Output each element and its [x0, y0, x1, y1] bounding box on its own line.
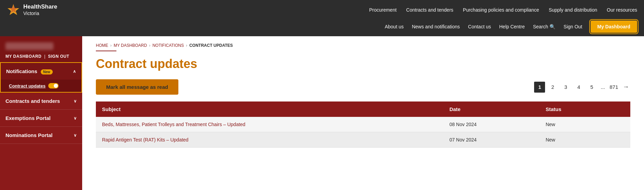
sidebar-notifications-label: Notifications [6, 68, 37, 74]
page-3[interactable]: 3 [560, 82, 571, 93]
sidebar-contracts-label: Contracts and tenders [5, 98, 60, 104]
breadcrumb-sep-1: › [110, 43, 112, 48]
sidebar-contract-updates-item: Contract updates [1, 80, 81, 92]
nav-help-centre[interactable]: Help Centre [499, 24, 525, 29]
table-header-row: Subject Date Status [96, 101, 630, 117]
top-nav: HealthShare Victoria Procurement Contrac… [0, 0, 644, 36]
search-icon: 🔍 [550, 24, 555, 29]
contract-updates-toggle[interactable] [48, 83, 59, 89]
sidebar-notifications-header[interactable]: Notifications New ∧ [1, 63, 81, 80]
logo[interactable]: HealthShare Victoria [7, 3, 57, 16]
sidebar-contracts-item: Contracts and tenders ∨ [0, 93, 82, 110]
pagination: 1 2 3 4 5 ... 871 → [534, 82, 630, 93]
contract-updates-label: Contract updates [9, 83, 46, 89]
nav-news-notifications[interactable]: News and notifications [412, 24, 460, 29]
breadcrumb-my-dashboard[interactable]: MY DASHBOARD [114, 43, 147, 48]
primary-nav: Procurement Contracts and tenders Purcha… [369, 7, 637, 13]
breadcrumb-notifications[interactable]: NOTIFICATIONS [152, 43, 184, 48]
subject-link[interactable]: Rapid Antigen Test (RAT) Kits – Updated [102, 137, 188, 142]
contract-updates-link[interactable]: Contract updates [9, 83, 76, 89]
nav-procurement[interactable]: Procurement [369, 7, 396, 13]
actions-row: Mark all message as read 1 2 3 4 5 ... 8… [96, 79, 630, 95]
page-5[interactable]: 5 [586, 82, 597, 93]
nav-contracts-tenders[interactable]: Contracts and tenders [406, 7, 453, 13]
nav-purchasing-policies[interactable]: Purchasing policies and compliance [463, 7, 539, 13]
sidebar-exemptions-header[interactable]: Exemptions Portal ∨ [0, 110, 82, 126]
cell-date: 08 Nov 2024 [443, 117, 540, 132]
notifications-table: Subject Date Status Beds, Mattresses, Pa… [96, 101, 630, 148]
col-header-date: Date [443, 101, 540, 117]
cell-status: New [540, 132, 630, 148]
breadcrumb-sep-3: › [186, 43, 187, 48]
sidebar-exemptions-label: Exemptions Portal [5, 115, 51, 121]
breadcrumb-home[interactable]: HOME [96, 43, 108, 48]
pagination-ellipsis: ... [599, 84, 606, 90]
table-row: Rapid Antigen Test (RAT) Kits – Updated … [96, 132, 630, 148]
sidebar-link-divider: | [44, 54, 45, 59]
cell-status: New [540, 117, 630, 132]
breadcrumb-underline [96, 51, 116, 51]
breadcrumb: HOME › MY DASHBOARD › NOTIFICATIONS › CO… [96, 43, 630, 48]
page-last[interactable]: 871 [608, 82, 619, 93]
sidebar-exemptions-item: Exemptions Portal ∨ [0, 110, 82, 127]
nav-contact-us[interactable]: Contact us [468, 24, 491, 29]
search-label: Search [533, 24, 548, 29]
logo-name: HealthShare [23, 3, 57, 10]
cell-date: 07 Nov 2024 [443, 132, 540, 148]
logo-icon [7, 3, 20, 16]
secondary-nav: About us News and notifications Contact … [385, 21, 637, 33]
page-2[interactable]: 2 [547, 82, 558, 93]
exemptions-chevron-icon: ∨ [74, 116, 77, 121]
nav-search[interactable]: Search 🔍 [533, 24, 555, 29]
sidebar-my-dashboard-link[interactable]: MY DASHBOARD [5, 54, 41, 59]
nav-supply-distribution[interactable]: Supply and distribution [549, 7, 597, 13]
breadcrumb-current: CONTRACT UPDATES [189, 43, 233, 48]
contracts-chevron-icon: ∨ [74, 99, 77, 104]
page-1[interactable]: 1 [534, 82, 545, 93]
pagination-next-arrow[interactable]: → [621, 83, 630, 91]
page-title: Contract updates [96, 57, 630, 71]
nav-our-resources[interactable]: Our resources [607, 7, 637, 13]
breadcrumb-sep-2: › [149, 43, 150, 48]
page-4[interactable]: 4 [573, 82, 584, 93]
sidebar-nominations-item: Nominations Portal ∨ [0, 127, 82, 144]
cell-subject: Beds, Mattresses, Patient Trolleys and T… [96, 117, 443, 132]
col-header-subject: Subject [96, 101, 443, 117]
sidebar: MY DASHBOARD | SIGN OUT Notifications Ne… [0, 36, 82, 190]
nominations-chevron-icon: ∨ [74, 133, 77, 138]
sidebar-nominations-header[interactable]: Nominations Portal ∨ [0, 127, 82, 144]
sidebar-nominations-label: Nominations Portal [5, 132, 53, 138]
sidebar-contracts-header[interactable]: Contracts and tenders ∨ [0, 93, 82, 109]
main-layout: MY DASHBOARD | SIGN OUT Notifications Ne… [0, 36, 644, 190]
notifications-new-badge: New [41, 69, 53, 74]
sidebar-sign-out-link[interactable]: SIGN OUT [48, 54, 69, 59]
table-row: Beds, Mattresses, Patient Trolleys and T… [96, 117, 630, 132]
my-dashboard-button[interactable]: My Dashboard [591, 21, 637, 33]
mark-all-read-button[interactable]: Mark all message as read [96, 79, 178, 95]
notifications-chevron-icon: ∧ [73, 69, 76, 74]
subject-link[interactable]: Beds, Mattresses, Patient Trolleys and T… [102, 122, 245, 127]
col-header-status: Status [540, 101, 630, 117]
user-avatar-blur [5, 42, 53, 50]
sidebar-user-area: MY DASHBOARD | SIGN OUT [0, 36, 82, 62]
logo-sub: Victoria [23, 11, 57, 16]
nav-sign-out[interactable]: Sign Out [564, 24, 582, 29]
nav-about-us[interactable]: About us [385, 24, 404, 29]
content-area: HOME › MY DASHBOARD › NOTIFICATIONS › CO… [82, 36, 644, 190]
sidebar-notifications: Notifications New ∧ Contract updates [0, 62, 82, 93]
cell-subject: Rapid Antigen Test (RAT) Kits – Updated [96, 132, 443, 148]
